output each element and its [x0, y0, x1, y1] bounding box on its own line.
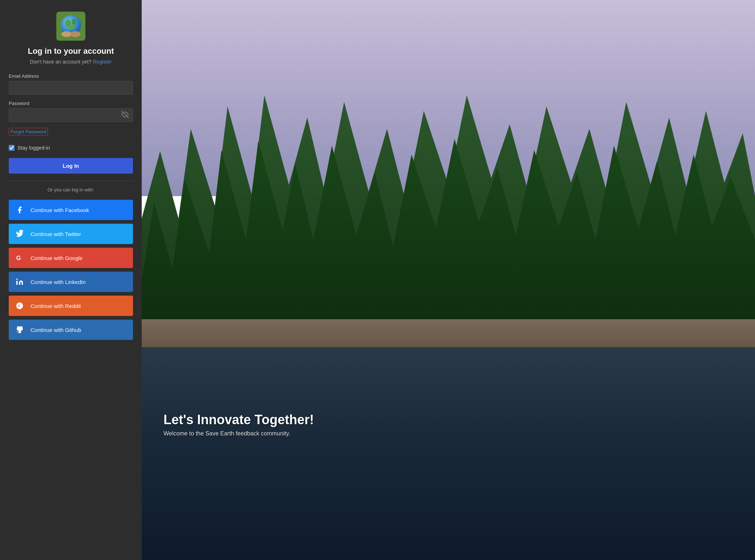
- password-group: Password: [9, 101, 133, 122]
- svg-text:G: G: [16, 255, 21, 261]
- forgot-password-link[interactable]: Forgot Password: [9, 128, 48, 135]
- or-text: Or you can log in with:: [48, 187, 94, 192]
- email-label: Email Address: [9, 73, 133, 79]
- svg-text:r/: r/: [18, 304, 20, 308]
- divider: [9, 181, 133, 181]
- twitter-icon: [15, 229, 25, 239]
- svg-point-4: [68, 24, 75, 29]
- svg-rect-9: [16, 281, 18, 285]
- hero-text-overlay: Let's Innovate Together! Welcome to the …: [163, 412, 314, 437]
- forest-scene: [142, 0, 755, 560]
- toggle-password-icon[interactable]: [121, 111, 129, 119]
- register-prompt: Don't have an account yet? Register: [30, 59, 112, 65]
- password-wrapper: [9, 108, 133, 122]
- linkedin-login-button[interactable]: Continue with LinkedIn: [9, 272, 133, 292]
- register-link[interactable]: Register: [93, 59, 112, 65]
- login-button[interactable]: Log In: [9, 158, 133, 174]
- hero-subheadline: Welcome to the Save Earth feedback commu…: [163, 430, 314, 437]
- password-label: Password: [9, 101, 133, 106]
- svg-point-5: [61, 31, 72, 37]
- linkedin-icon: [15, 277, 25, 287]
- right-panel: Let's Innovate Together! Welcome to the …: [142, 0, 755, 560]
- github-label: Continue with Github: [31, 327, 81, 333]
- logo: [56, 12, 85, 41]
- google-icon: G: [15, 253, 25, 263]
- forgot-password-container: Forgot Password: [9, 128, 133, 141]
- stay-logged-in-group: Stay logged-in: [9, 145, 133, 151]
- facebook-label: Continue with Facebook: [31, 207, 89, 213]
- twitter-label: Continue with Twitter: [31, 231, 81, 237]
- facebook-icon: [15, 205, 25, 215]
- water-reflection: [142, 347, 755, 560]
- google-label: Continue with Google: [31, 255, 82, 261]
- svg-point-10: [16, 279, 18, 280]
- svg-point-6: [70, 31, 80, 37]
- reddit-label: Continue with Reddit: [31, 303, 81, 309]
- reddit-login-button[interactable]: r/Continue with Reddit: [9, 296, 133, 316]
- svg-point-3: [72, 19, 76, 25]
- github-login-button[interactable]: Continue with Github: [9, 320, 133, 340]
- social-buttons: Continue with FacebookContinue with Twit…: [9, 200, 133, 344]
- email-group: Email Address: [9, 73, 133, 95]
- password-input[interactable]: [9, 108, 133, 122]
- google-login-button[interactable]: GContinue with Google: [9, 248, 133, 268]
- facebook-login-button[interactable]: Continue with Facebook: [9, 200, 133, 220]
- email-input[interactable]: [9, 81, 133, 95]
- page-title: Log in to your account: [28, 46, 114, 56]
- hero-headline: Let's Innovate Together!: [163, 412, 314, 427]
- github-icon: [15, 325, 25, 335]
- stay-logged-in-checkbox[interactable]: [9, 145, 15, 151]
- reddit-icon: r/: [15, 301, 25, 311]
- twitter-login-button[interactable]: Continue with Twitter: [9, 224, 133, 244]
- left-panel: Log in to your account Don't have an acc…: [0, 0, 142, 560]
- linkedin-label: Continue with LinkedIn: [31, 279, 86, 285]
- stay-logged-in-label: Stay logged-in: [17, 145, 50, 151]
